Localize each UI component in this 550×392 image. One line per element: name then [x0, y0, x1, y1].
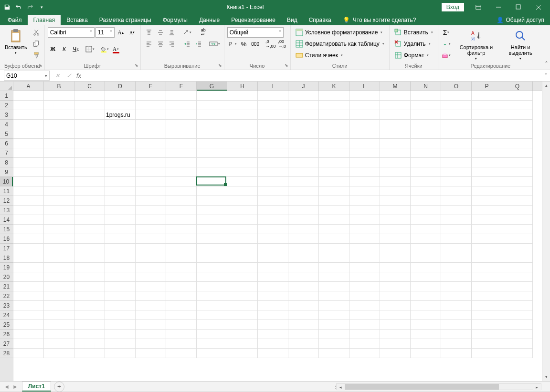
cell[interactable] [472, 110, 502, 120]
cell[interactable] [441, 91, 472, 101]
cell[interactable] [288, 177, 319, 186]
cell[interactable] [13, 272, 44, 282]
cell[interactable] [472, 206, 502, 215]
cell[interactable] [197, 215, 227, 225]
font-color-button[interactable]: A [111, 44, 121, 54]
cell[interactable] [74, 186, 105, 196]
align-middle-button[interactable] [155, 27, 166, 38]
cell[interactable] [349, 177, 380, 186]
cell[interactable] [105, 272, 136, 282]
cell[interactable] [197, 320, 227, 330]
cell[interactable] [258, 177, 288, 186]
cell[interactable] [227, 330, 258, 339]
cell[interactable] [136, 310, 166, 320]
cell[interactable] [166, 301, 197, 310]
cell[interactable] [166, 101, 197, 110]
cell[interactable] [502, 110, 533, 120]
conditional-format-button[interactable]: Условное форматирование [294, 27, 386, 38]
align-bottom-button[interactable] [167, 27, 177, 38]
font-size-combo[interactable]: 11 [95, 27, 115, 38]
row-header[interactable]: 11 [0, 186, 13, 196]
cell[interactable] [319, 349, 349, 358]
cell[interactable] [288, 320, 319, 330]
cell[interactable] [13, 234, 44, 244]
cell[interactable] [258, 310, 288, 320]
cell[interactable] [197, 291, 227, 301]
cell[interactable] [441, 282, 472, 291]
cell[interactable] [288, 110, 319, 120]
cell[interactable] [105, 253, 136, 263]
cell[interactable] [472, 148, 502, 158]
cell[interactable] [288, 291, 319, 301]
cell[interactable] [380, 225, 411, 234]
cell[interactable] [44, 310, 74, 320]
ribbon-tab-вставка[interactable]: Вставка [61, 15, 94, 25]
cell[interactable] [441, 158, 472, 167]
cell[interactable] [472, 320, 502, 330]
cell[interactable] [197, 186, 227, 196]
dialog-launcher-icon[interactable]: ⬊ [218, 63, 222, 68]
cell[interactable] [227, 291, 258, 301]
cell[interactable] [44, 215, 74, 225]
cell[interactable] [44, 263, 74, 272]
cell[interactable] [44, 282, 74, 291]
cell[interactable] [227, 101, 258, 110]
ribbon-tab-файл[interactable]: Файл [2, 15, 28, 25]
cell[interactable] [502, 272, 533, 282]
cell[interactable] [227, 196, 258, 206]
scroll-up-button[interactable]: ▴ [542, 82, 550, 90]
cell[interactable] [105, 186, 136, 196]
cell[interactable] [13, 91, 44, 101]
cell[interactable] [441, 196, 472, 206]
cell[interactable] [166, 349, 197, 358]
cell[interactable] [44, 244, 74, 253]
tell-me-tab[interactable]: 💡Что вы хотите сделать? [337, 15, 422, 25]
cell[interactable] [44, 291, 74, 301]
cell[interactable] [13, 120, 44, 129]
cell[interactable] [502, 215, 533, 225]
cell[interactable] [74, 320, 105, 330]
cell[interactable] [13, 349, 44, 358]
cell[interactable] [502, 225, 533, 234]
cell[interactable] [380, 320, 411, 330]
cell[interactable] [166, 282, 197, 291]
cell[interactable] [319, 215, 349, 225]
cell[interactable] [288, 186, 319, 196]
cell[interactable] [349, 330, 380, 339]
cell[interactable] [349, 129, 380, 139]
cell[interactable] [319, 282, 349, 291]
cell[interactable] [441, 215, 472, 225]
cell[interactable] [105, 206, 136, 215]
cell[interactable] [136, 167, 166, 177]
cell[interactable] [411, 129, 441, 139]
cell[interactable] [74, 129, 105, 139]
cell[interactable] [13, 148, 44, 158]
cell[interactable] [411, 282, 441, 291]
cell[interactable] [288, 139, 319, 148]
row-header[interactable]: 2 [0, 101, 13, 110]
cell[interactable] [380, 91, 411, 101]
cell[interactable] [472, 282, 502, 291]
cell[interactable] [258, 225, 288, 234]
cell[interactable] [258, 139, 288, 148]
cell[interactable] [319, 167, 349, 177]
cell[interactable] [258, 301, 288, 310]
cell[interactable] [197, 301, 227, 310]
cell[interactable] [74, 215, 105, 225]
cell[interactable] [349, 215, 380, 225]
cell[interactable] [105, 339, 136, 349]
cut-button[interactable] [31, 27, 42, 38]
cell[interactable] [349, 225, 380, 234]
cell[interactable] [166, 91, 197, 101]
cell[interactable] [441, 186, 472, 196]
cell[interactable] [411, 167, 441, 177]
cell[interactable] [319, 320, 349, 330]
undo-button[interactable] [13, 2, 24, 12]
cell[interactable] [258, 167, 288, 177]
cell[interactable] [411, 339, 441, 349]
copy-button[interactable] [31, 39, 42, 49]
column-header[interactable]: J [288, 82, 319, 91]
cell[interactable] [288, 206, 319, 215]
cell[interactable] [380, 167, 411, 177]
cell[interactable] [472, 263, 502, 272]
